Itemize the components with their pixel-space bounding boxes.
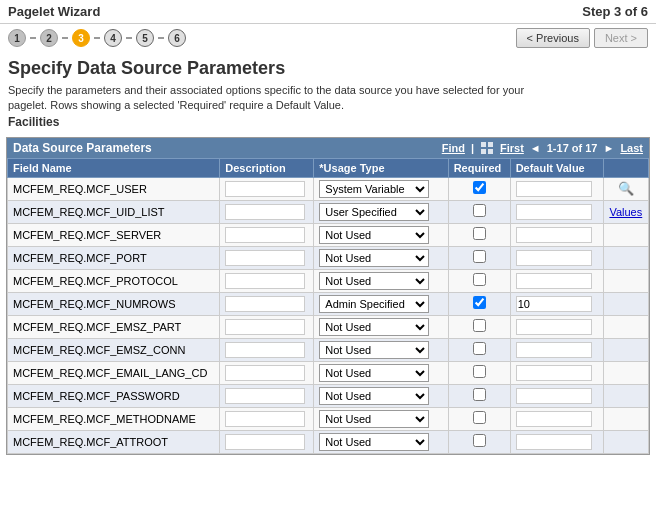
usage-type-select[interactable]: System VariableUser SpecifiedNot UsedAdm… bbox=[319, 318, 429, 336]
default-value-input[interactable] bbox=[516, 227, 592, 243]
step-2[interactable]: 2 bbox=[40, 29, 58, 47]
required-checkbox[interactable] bbox=[473, 434, 486, 447]
default-value-cell[interactable] bbox=[510, 246, 603, 269]
required-cell[interactable] bbox=[448, 269, 510, 292]
values-link[interactable]: Values bbox=[609, 206, 642, 218]
description-cell[interactable] bbox=[220, 315, 314, 338]
required-checkbox[interactable] bbox=[473, 204, 486, 217]
required-checkbox[interactable] bbox=[473, 319, 486, 332]
action-cell[interactable] bbox=[603, 338, 648, 361]
required-checkbox[interactable] bbox=[473, 411, 486, 424]
usage-type-cell[interactable]: System VariableUser SpecifiedNot UsedAdm… bbox=[314, 407, 448, 430]
find-link[interactable]: Find bbox=[442, 142, 465, 154]
required-cell[interactable] bbox=[448, 200, 510, 223]
usage-type-select[interactable]: System VariableUser SpecifiedNot UsedAdm… bbox=[319, 410, 429, 428]
required-cell[interactable] bbox=[448, 384, 510, 407]
usage-type-cell[interactable]: System VariableUser SpecifiedNot UsedAdm… bbox=[314, 292, 448, 315]
description-input[interactable] bbox=[225, 319, 305, 335]
description-input[interactable] bbox=[225, 273, 305, 289]
action-cell[interactable] bbox=[603, 430, 648, 453]
default-value-input[interactable] bbox=[516, 181, 592, 197]
default-value-input[interactable] bbox=[516, 204, 592, 220]
description-input[interactable] bbox=[225, 227, 305, 243]
next-page-arrow[interactable]: ► bbox=[603, 142, 614, 154]
description-cell[interactable] bbox=[220, 407, 314, 430]
required-checkbox[interactable] bbox=[473, 227, 486, 240]
usage-type-select[interactable]: System VariableUser SpecifiedNot UsedAdm… bbox=[319, 180, 429, 198]
default-value-input[interactable] bbox=[516, 388, 592, 404]
description-cell[interactable] bbox=[220, 200, 314, 223]
default-value-cell[interactable] bbox=[510, 177, 603, 200]
action-cell[interactable] bbox=[603, 246, 648, 269]
usage-type-cell[interactable]: System VariableUser SpecifiedNot UsedAdm… bbox=[314, 315, 448, 338]
last-link[interactable]: Last bbox=[620, 142, 643, 154]
required-checkbox[interactable] bbox=[473, 181, 486, 194]
usage-type-cell[interactable]: System VariableUser SpecifiedNot UsedAdm… bbox=[314, 223, 448, 246]
description-input[interactable] bbox=[225, 365, 305, 381]
grid-view-icon[interactable] bbox=[480, 141, 494, 155]
usage-type-cell[interactable]: System VariableUser SpecifiedNot UsedAdm… bbox=[314, 338, 448, 361]
description-cell[interactable] bbox=[220, 430, 314, 453]
required-checkbox[interactable] bbox=[473, 296, 486, 309]
required-checkbox[interactable] bbox=[473, 365, 486, 378]
step-5[interactable]: 5 bbox=[136, 29, 154, 47]
default-value-cell[interactable] bbox=[510, 384, 603, 407]
description-cell[interactable] bbox=[220, 269, 314, 292]
usage-type-select[interactable]: System VariableUser SpecifiedNot UsedAdm… bbox=[319, 433, 429, 451]
action-cell[interactable] bbox=[603, 223, 648, 246]
usage-type-select[interactable]: System VariableUser SpecifiedNot UsedAdm… bbox=[319, 272, 429, 290]
required-checkbox[interactable] bbox=[473, 388, 486, 401]
required-cell[interactable] bbox=[448, 292, 510, 315]
default-value-cell[interactable] bbox=[510, 292, 603, 315]
required-cell[interactable] bbox=[448, 246, 510, 269]
description-input[interactable] bbox=[225, 204, 305, 220]
usage-type-select[interactable]: System VariableUser SpecifiedNot UsedAdm… bbox=[319, 203, 429, 221]
description-input[interactable] bbox=[225, 296, 305, 312]
usage-type-select[interactable]: System VariableUser SpecifiedNot UsedAdm… bbox=[319, 295, 429, 313]
description-input[interactable] bbox=[225, 342, 305, 358]
description-input[interactable] bbox=[225, 181, 305, 197]
step-4[interactable]: 4 bbox=[104, 29, 122, 47]
description-input[interactable] bbox=[225, 388, 305, 404]
default-value-cell[interactable] bbox=[510, 338, 603, 361]
step-1[interactable]: 1 bbox=[8, 29, 26, 47]
required-cell[interactable] bbox=[448, 177, 510, 200]
description-input[interactable] bbox=[225, 434, 305, 450]
required-checkbox[interactable] bbox=[473, 250, 486, 263]
prev-page-arrow[interactable]: ◄ bbox=[530, 142, 541, 154]
action-cell[interactable] bbox=[603, 269, 648, 292]
description-input[interactable] bbox=[225, 411, 305, 427]
description-input[interactable] bbox=[225, 250, 305, 266]
required-cell[interactable] bbox=[448, 223, 510, 246]
description-cell[interactable] bbox=[220, 338, 314, 361]
usage-type-cell[interactable]: System VariableUser SpecifiedNot UsedAdm… bbox=[314, 177, 448, 200]
action-cell[interactable] bbox=[603, 384, 648, 407]
default-value-cell[interactable] bbox=[510, 269, 603, 292]
default-value-input[interactable] bbox=[516, 296, 592, 312]
default-value-cell[interactable] bbox=[510, 200, 603, 223]
default-value-input[interactable] bbox=[516, 411, 592, 427]
default-value-input[interactable] bbox=[516, 250, 592, 266]
default-value-input[interactable] bbox=[516, 319, 592, 335]
required-checkbox[interactable] bbox=[473, 273, 486, 286]
usage-type-select[interactable]: System VariableUser SpecifiedNot UsedAdm… bbox=[319, 341, 429, 359]
step-6[interactable]: 6 bbox=[168, 29, 186, 47]
default-value-cell[interactable] bbox=[510, 430, 603, 453]
previous-button[interactable]: < Previous bbox=[516, 28, 590, 48]
description-cell[interactable] bbox=[220, 361, 314, 384]
description-cell[interactable] bbox=[220, 246, 314, 269]
action-cell[interactable]: Values bbox=[603, 200, 648, 223]
usage-type-select[interactable]: System VariableUser SpecifiedNot UsedAdm… bbox=[319, 226, 429, 244]
usage-type-cell[interactable]: System VariableUser SpecifiedNot UsedAdm… bbox=[314, 269, 448, 292]
description-cell[interactable] bbox=[220, 292, 314, 315]
default-value-cell[interactable] bbox=[510, 407, 603, 430]
required-cell[interactable] bbox=[448, 338, 510, 361]
required-cell[interactable] bbox=[448, 430, 510, 453]
description-cell[interactable] bbox=[220, 223, 314, 246]
step-3[interactable]: 3 bbox=[72, 29, 90, 47]
usage-type-cell[interactable]: System VariableUser SpecifiedNot UsedAdm… bbox=[314, 361, 448, 384]
next-button[interactable]: Next > bbox=[594, 28, 648, 48]
usage-type-select[interactable]: System VariableUser SpecifiedNot UsedAdm… bbox=[319, 249, 429, 267]
usage-type-cell[interactable]: System VariableUser SpecifiedNot UsedAdm… bbox=[314, 200, 448, 223]
description-cell[interactable] bbox=[220, 177, 314, 200]
